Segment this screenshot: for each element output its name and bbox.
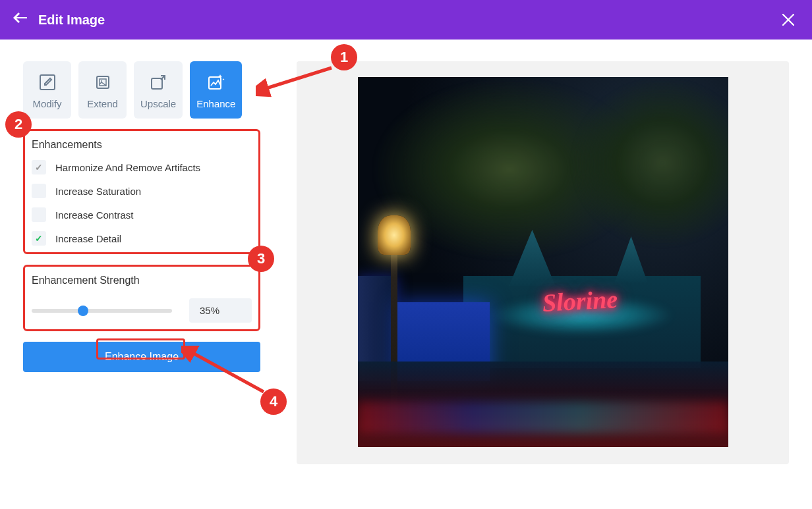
svg-point-3 [101, 80, 102, 82]
strength-title: Enhancement Strength [32, 275, 252, 286]
checkbox-label: Increase Detail [55, 233, 121, 244]
checkbox-label: Increase Contrast [55, 209, 133, 221]
enhance-image-button[interactable]: Enhance Image [23, 342, 260, 372]
close-icon[interactable] [778, 9, 799, 30]
tab-label: Modify [32, 98, 61, 109]
header-left: Edit Image [13, 12, 105, 28]
tab-extend[interactable]: Extend [78, 61, 127, 119]
tabs: Modify Extend Upscale Enhance [23, 61, 260, 119]
checkbox-detail[interactable] [32, 231, 46, 246]
checkbox-row: Increase Detail [32, 231, 252, 246]
checkbox-saturation[interactable] [32, 184, 46, 198]
svg-rect-4 [152, 78, 162, 89]
callout-4: 4 [260, 388, 287, 415]
preview-image: Slorine [358, 77, 728, 447]
callout-1: 1 [331, 44, 357, 70]
upscale-icon [149, 73, 167, 92]
strength-value: 35% [189, 298, 252, 323]
checkbox-harmonize[interactable] [32, 160, 46, 174]
preview-neon-text: Slorine [541, 284, 618, 317]
callout-2: 2 [5, 111, 32, 138]
slider-thumb[interactable] [78, 306, 88, 316]
slider-row: 35% [32, 298, 252, 323]
callout-3: 3 [248, 246, 274, 272]
checkbox-contrast[interactable] [32, 207, 46, 222]
checkbox-label: Harmonize And Remove Artifacts [55, 162, 200, 173]
back-icon[interactable] [13, 12, 28, 28]
strength-slider[interactable] [32, 309, 172, 313]
enhance-icon [207, 73, 225, 92]
tab-enhance[interactable]: Enhance [190, 61, 242, 119]
svg-rect-0 [40, 75, 55, 90]
preview-panel: Slorine [297, 61, 789, 464]
enhancements-section: Enhancements Harmonize And Remove Artifa… [23, 129, 260, 254]
checkbox-label: Increase Saturation [55, 186, 141, 197]
extend-icon [94, 73, 112, 92]
tab-label: Enhance [196, 98, 235, 109]
tab-modify[interactable]: Modify [23, 61, 71, 119]
sidebar: Modify Extend Upscale Enhance [23, 61, 260, 464]
strength-section: Enhancement Strength 35% [23, 265, 260, 331]
header: Edit Image [0, 0, 812, 40]
enhancements-title: Enhancements [32, 139, 252, 151]
tab-label: Upscale [140, 98, 176, 109]
checkbox-row: Harmonize And Remove Artifacts [32, 160, 252, 174]
checkbox-row: Increase Contrast [32, 207, 252, 222]
tab-label: Extend [87, 98, 118, 109]
tab-upscale[interactable]: Upscale [134, 61, 183, 119]
checkbox-row: Increase Saturation [32, 184, 252, 198]
modify-icon [38, 73, 57, 92]
button-label: Enhance Image [105, 351, 179, 362]
svg-rect-1 [97, 76, 109, 88]
page-title: Edit Image [38, 13, 105, 28]
content: Modify Extend Upscale Enhance [0, 40, 812, 486]
